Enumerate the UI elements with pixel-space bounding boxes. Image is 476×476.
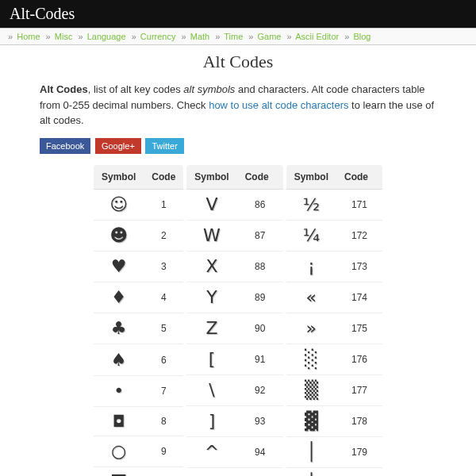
code-cell: 1 xyxy=(144,189,183,220)
table-row: «174 xyxy=(286,282,382,313)
code-cell: 94 xyxy=(237,436,283,467)
th-code: Code xyxy=(237,165,283,190)
code-cell: 8 xyxy=(144,406,183,436)
table-row: Y89 xyxy=(186,282,282,313)
nav-item-currency[interactable]: Currency xyxy=(140,32,176,41)
code-cell: 175 xyxy=(336,313,382,344)
table-row: [91 xyxy=(186,344,282,374)
code-cell: 3 xyxy=(144,251,183,282)
alt-codes-table-2: Symbol Code V86 W87 X88 Y89 Z90 [91 \92 … xyxy=(186,165,282,477)
code-cell: 172 xyxy=(336,220,382,251)
code-cell: 95 xyxy=(237,467,283,476)
symbol-cell: Y xyxy=(186,282,236,313)
code-cell: 176 xyxy=(336,344,382,374)
table-row: ○9 xyxy=(94,436,183,467)
nav-sep: » xyxy=(132,32,136,41)
symbol-cell: Z xyxy=(186,313,236,344)
nav-item-ascii-editor[interactable]: Ascii Editor xyxy=(295,32,339,41)
symbol-cell: X xyxy=(186,251,236,282)
table-row: ♦4 xyxy=(94,282,183,313)
symbol-cell: » xyxy=(286,313,336,344)
page-title: Alt Codes xyxy=(40,52,436,72)
googleplus-button[interactable]: Google+ xyxy=(95,138,141,154)
code-cell: 4 xyxy=(144,282,183,313)
code-cell: 9 xyxy=(144,436,183,467)
code-cell: 171 xyxy=(336,189,382,220)
alt-codes-table-3: Symbol Code ½171 ¼172 ¡173 «174 »175 ░17… xyxy=(286,165,382,477)
th-symbol: Symbol xyxy=(94,165,144,190)
code-cell: 10 xyxy=(144,467,183,476)
code-cell: 179 xyxy=(336,436,382,467)
th-code: Code xyxy=(336,165,382,190)
symbol-cell: ¼ xyxy=(286,220,336,251)
facebook-button[interactable]: Facebook xyxy=(40,138,90,154)
table-row: _95 xyxy=(186,467,282,476)
code-cell: 89 xyxy=(237,282,283,313)
table-row: ♠6 xyxy=(94,344,183,375)
nav-item-misc[interactable]: Misc xyxy=(55,32,73,41)
table-row: \92 xyxy=(186,374,282,405)
code-cell: 6 xyxy=(144,344,183,375)
top-nav: » Home » Misc » Language » Currency » Ma… xyxy=(0,28,476,45)
symbol-cell: « xyxy=(286,282,336,313)
table-row: Z90 xyxy=(186,313,282,344)
code-cell: 180 xyxy=(336,467,382,476)
nav-item-game[interactable]: Game xyxy=(258,32,282,41)
code-cell: 174 xyxy=(336,282,382,313)
nav-sep: » xyxy=(8,32,13,41)
table-row: │179 xyxy=(286,436,382,467)
table-row: ┤180 xyxy=(286,467,382,476)
code-cell: 88 xyxy=(237,251,283,282)
code-cell: 2 xyxy=(144,220,183,251)
intro-italic: alt symbols xyxy=(183,83,235,95)
table-row: ◘8 xyxy=(94,406,183,436)
symbol-cell: ○ xyxy=(94,436,144,467)
th-symbol: Symbol xyxy=(186,165,236,190)
symbol-cell: ◘ xyxy=(94,406,144,436)
symbol-cell: ▒ xyxy=(286,374,336,405)
nav-sep: » xyxy=(287,32,292,41)
table-row: ½171 xyxy=(286,189,382,220)
table-row: W87 xyxy=(186,220,282,251)
code-cell: 92 xyxy=(237,374,283,405)
code-cell: 178 xyxy=(336,405,382,436)
symbol-cell: ┤ xyxy=(286,467,336,476)
symbol-cell: ♠ xyxy=(94,344,144,375)
symbol-cell: ♥ xyxy=(94,251,144,282)
content-area: Alt Codes Alt Codes, list of alt key cod… xyxy=(0,52,476,476)
symbol-cell: _ xyxy=(186,467,236,476)
th-code: Code xyxy=(144,165,183,190)
intro-paragraph: Alt Codes, list of alt key codes alt sym… xyxy=(40,82,436,129)
nav-item-math[interactable]: Math xyxy=(190,32,209,41)
symbol-cell: • xyxy=(94,375,144,406)
table-row: X88 xyxy=(186,251,282,282)
table-row: ^94 xyxy=(186,436,282,467)
symbol-cell: V xyxy=(186,189,236,220)
table-row: ¼172 xyxy=(286,220,382,251)
code-cell: 93 xyxy=(237,405,283,436)
site-header: Alt-Codes xyxy=(0,0,476,28)
nav-item-blog[interactable]: Blog xyxy=(353,32,370,41)
th-symbol: Symbol xyxy=(286,165,336,190)
code-cell: 86 xyxy=(237,189,283,220)
table-row: ♥3 xyxy=(94,251,183,282)
code-cell: 5 xyxy=(144,313,183,344)
nav-item-language[interactable]: Language xyxy=(87,32,126,41)
nav-sep: » xyxy=(182,32,186,41)
code-cell: 87 xyxy=(237,220,283,251)
symbol-cell: │ xyxy=(286,436,336,467)
symbol-cell: ☻ xyxy=(94,220,144,251)
nav-item-time[interactable]: Time xyxy=(224,32,243,41)
table-row: »175 xyxy=(286,313,382,344)
table-row: ♣5 xyxy=(94,313,183,344)
nav-sep: » xyxy=(344,32,349,41)
table-row: •7 xyxy=(94,375,183,406)
code-cell: 7 xyxy=(144,375,183,406)
alt-codes-table-1: Symbol Code ☺1 ☻2 ♥3 ♦4 ♣5 ♠6 •7 ◘8 ○9 ◙… xyxy=(94,165,183,477)
twitter-button[interactable]: Twitter xyxy=(145,138,183,154)
table-row: V86 xyxy=(186,189,282,220)
code-cell: 177 xyxy=(336,374,382,405)
table-row: ░176 xyxy=(286,344,382,374)
how-to-link[interactable]: how to use alt code characters xyxy=(209,99,348,111)
nav-item-home[interactable]: Home xyxy=(17,32,40,41)
